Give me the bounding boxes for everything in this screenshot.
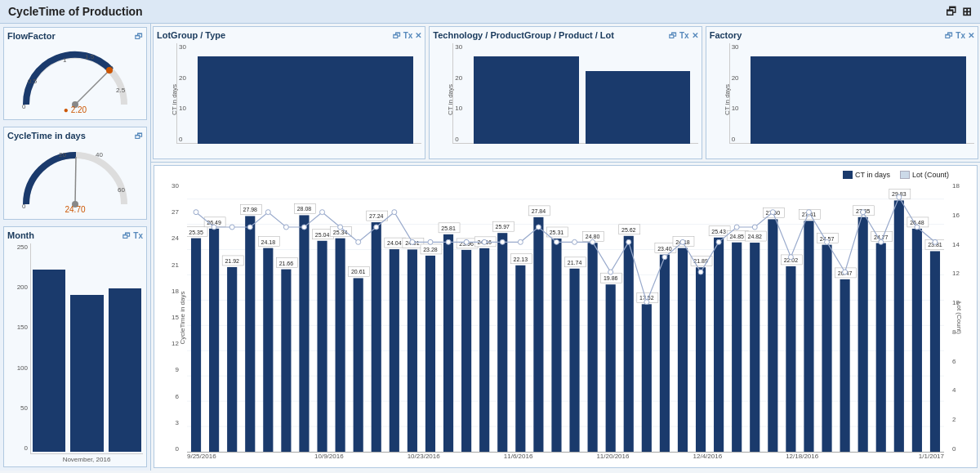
svg-rect-101 <box>642 304 652 452</box>
flow-factor-icons[interactable]: 🗗 <box>135 32 143 41</box>
svg-point-163 <box>392 210 397 215</box>
factory-x-icon[interactable]: ✕ <box>968 31 974 40</box>
svg-rect-56 <box>372 222 381 452</box>
factory-tx-icon[interactable]: Tx <box>956 31 965 40</box>
technology-x-icon[interactable]: ✕ <box>692 31 698 40</box>
svg-point-160 <box>338 225 343 230</box>
svg-rect-107 <box>678 248 688 452</box>
svg-rect-71 <box>461 250 471 452</box>
right-panel: LotGroup / Type 🗗 Tx ✕ CT in days 30 20 … <box>151 24 980 471</box>
svg-rect-113 <box>714 238 724 452</box>
svg-point-178 <box>662 255 667 260</box>
lotgroup-export-icon[interactable]: 🗗 <box>393 31 401 40</box>
svg-text:23.28: 23.28 <box>423 247 438 252</box>
svg-rect-92 <box>588 243 598 452</box>
x-label-1: 9/25/2016 <box>187 453 282 464</box>
svg-point-168 <box>482 239 487 244</box>
svg-rect-68 <box>443 234 453 452</box>
factory-icons[interactable]: 🗗 Tx ✕ <box>945 31 974 40</box>
flow-factor-export-icon[interactable]: 🗗 <box>135 32 143 41</box>
svg-text:0.5: 0.5 <box>28 78 38 85</box>
technology-icons[interactable]: 🗗 Tx ✕ <box>669 31 698 40</box>
month-plot: November, 2016 <box>30 243 143 463</box>
svg-text:25.43: 25.43 <box>711 229 726 234</box>
top-charts-row: LotGroup / Type 🗗 Tx ✕ CT in days 30 20 … <box>151 24 980 163</box>
svg-rect-122 <box>768 219 777 452</box>
svg-point-187 <box>825 239 830 244</box>
month-bar-2 <box>70 295 103 452</box>
svg-rect-77 <box>497 233 507 452</box>
svg-point-162 <box>374 225 379 230</box>
cycle-time-export-icon[interactable]: 🗗 <box>135 132 143 141</box>
svg-text:25.34: 25.34 <box>333 230 348 235</box>
x-label-6: 12/4/2016 <box>660 453 755 464</box>
factory-export-icon[interactable]: 🗗 <box>945 31 953 40</box>
svg-point-155 <box>247 225 252 230</box>
svg-text:2.5: 2.5 <box>116 87 126 94</box>
left-panel: FlowFactor 🗗 0 0.5 1 1.5 2 2.5 <box>0 24 151 471</box>
svg-text:1.5: 1.5 <box>85 53 95 60</box>
svg-point-164 <box>410 239 415 244</box>
svg-point-8 <box>106 67 113 74</box>
svg-text:20: 20 <box>59 151 66 158</box>
lotgroup-x-icon[interactable]: ✕ <box>415 31 421 40</box>
svg-rect-80 <box>515 266 525 452</box>
svg-rect-137 <box>858 217 868 452</box>
svg-point-176 <box>626 239 631 244</box>
svg-point-186 <box>806 210 811 215</box>
factory-widget: Factory 🗗 Tx ✕ CT in days 30 20 10 <box>706 26 978 159</box>
svg-text:24.18: 24.18 <box>261 239 276 245</box>
settings-icon[interactable]: ⊞ <box>962 5 972 18</box>
flow-factor-widget: FlowFactor 🗗 0 0.5 1 1.5 2 2.5 <box>3 27 147 120</box>
svg-text:27.24: 27.24 <box>369 213 384 219</box>
svg-line-6 <box>75 70 109 105</box>
export-icon[interactable]: 🗗 <box>946 5 957 18</box>
svg-point-180 <box>698 270 703 274</box>
page-container: FlowFactor 🗗 0 0.5 1 1.5 2 2.5 <box>0 24 980 471</box>
svg-text:24.04: 24.04 <box>387 240 402 246</box>
svg-rect-140 <box>876 243 886 452</box>
svg-text:24.80: 24.80 <box>586 234 600 239</box>
technology-title: Technology / ProductGroup / Product / Lo… <box>433 30 697 40</box>
svg-point-167 <box>464 239 469 244</box>
svg-rect-47 <box>317 241 327 452</box>
y-left-label: CycleTime in days <box>179 285 186 350</box>
svg-text:0: 0 <box>22 203 26 208</box>
svg-point-173 <box>572 239 577 244</box>
svg-point-152 <box>194 210 198 215</box>
svg-rect-41 <box>281 270 291 452</box>
svg-text:27.84: 27.84 <box>532 208 546 214</box>
technology-bar-2 <box>586 71 690 144</box>
month-x-label: November, 2016 <box>30 454 143 463</box>
factory-bar <box>751 56 966 144</box>
svg-rect-134 <box>840 279 850 452</box>
month-filter-icon[interactable]: Tx <box>133 231 143 240</box>
cycle-time-icons[interactable]: 🗗 <box>135 132 143 141</box>
page-header: CycleTime of Production 🗗 ⊞ <box>0 0 980 24</box>
svg-text:25.62: 25.62 <box>621 227 636 233</box>
svg-point-188 <box>843 270 848 274</box>
svg-point-184 <box>770 210 775 215</box>
y-right-container: 18 16 14 12 10 8 6 4 2 0 Lot (Count) <box>944 182 973 453</box>
month-export-icon[interactable]: 🗗 <box>122 231 131 240</box>
lotgroup-tx-icon[interactable]: Tx <box>403 31 413 40</box>
month-bar-1 <box>33 270 65 452</box>
month-icons[interactable]: 🗗 Tx <box>122 231 143 240</box>
technology-export-icon[interactable]: 🗗 <box>669 31 677 40</box>
svg-point-169 <box>500 239 505 244</box>
svg-point-166 <box>446 239 451 244</box>
technology-tx-icon[interactable]: Tx <box>679 31 689 40</box>
factory-chart: CT in days 30 20 10 0 <box>710 43 974 155</box>
svg-rect-119 <box>750 243 760 452</box>
svg-point-177 <box>644 300 649 305</box>
svg-rect-98 <box>624 236 634 452</box>
svg-text:40: 40 <box>96 151 103 158</box>
svg-rect-95 <box>606 284 616 452</box>
svg-rect-110 <box>696 267 706 452</box>
month-chart-area: 250 200 150 100 50 0 November, 2016 <box>7 243 143 463</box>
svg-rect-32 <box>227 267 237 452</box>
x-label-7: 12/18/2016 <box>755 453 849 464</box>
svg-text:23.40: 23.40 <box>657 246 672 252</box>
header-icons[interactable]: 🗗 ⊞ <box>946 5 972 18</box>
lotgroup-icons[interactable]: 🗗 Tx ✕ <box>393 31 422 40</box>
